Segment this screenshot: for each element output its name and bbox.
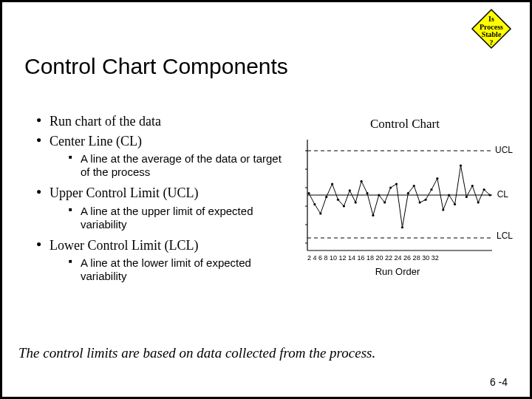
svg-point-42: [482, 188, 485, 191]
bullet-ucl-label: Upper Control Limit (UCL): [50, 185, 198, 200]
footnote: The control limits are based on data col…: [18, 345, 514, 361]
cl-label: CL: [497, 189, 508, 200]
svg-point-23: [372, 214, 374, 216]
svg-point-19: [349, 189, 351, 191]
sub-cl: A line at the average of the data or tar…: [69, 152, 283, 179]
bullet-lcl-label: Lower Control Limit (LCL): [50, 238, 198, 253]
page-number: 6 -4: [490, 376, 508, 388]
chart-plot: UCL CL LCL 2 4 6 8 10 12 14 16 18 20 22 …: [301, 136, 494, 254]
svg-point-20: [355, 201, 357, 203]
svg-point-22: [366, 192, 368, 194]
svg-point-39: [466, 196, 468, 198]
svg-point-15: [325, 196, 327, 198]
svg-point-14: [319, 212, 321, 214]
svg-point-12: [307, 192, 310, 194]
control-chart: Control Chart UCL CL LCL 2 4 6 8 10 12 1…: [301, 117, 508, 254]
svg-point-21: [361, 180, 363, 183]
svg-point-29: [407, 192, 409, 194]
bullet-lcl: Lower Control Limit (LCL) A line at the …: [36, 237, 283, 284]
badge-line3: Stable: [482, 30, 502, 38]
sub-ucl: A line at the upper limit of expected va…: [69, 205, 283, 231]
bullet-content: Run chart of the data Center Line (CL) A…: [32, 113, 283, 289]
chart-title: Control Chart: [301, 117, 508, 132]
badge-line2: Process: [480, 23, 503, 31]
stability-badge: Is Process Stable ?: [471, 8, 512, 50]
svg-point-26: [389, 186, 392, 188]
page-title: Control Chart Components: [24, 54, 288, 79]
svg-point-31: [419, 201, 421, 203]
x-label: Run Order: [301, 266, 494, 277]
svg-point-33: [430, 188, 432, 191]
svg-point-38: [460, 164, 462, 166]
svg-point-24: [378, 194, 380, 196]
svg-point-28: [401, 226, 403, 228]
svg-point-36: [448, 194, 450, 196]
chart-svg: [301, 136, 494, 254]
svg-point-17: [337, 199, 339, 201]
bullet-cl-label: Center Line (CL): [50, 134, 142, 149]
bullet-ucl: Upper Control Limit (UCL) A line at the …: [36, 185, 283, 231]
svg-point-37: [454, 203, 456, 205]
svg-point-43: [488, 194, 491, 196]
svg-point-32: [424, 199, 426, 201]
svg-point-30: [413, 185, 415, 187]
svg-point-18: [343, 205, 345, 207]
svg-point-27: [395, 183, 398, 185]
svg-point-41: [477, 201, 480, 203]
ucl-label: UCL: [495, 145, 513, 155]
bullet-run-chart: Run chart of the data: [36, 113, 283, 130]
svg-point-13: [313, 203, 316, 205]
lcl-label: LCL: [497, 231, 513, 241]
badge-line4: ?: [490, 38, 494, 47]
svg-point-25: [383, 201, 386, 203]
bullet-center-line: Center Line (CL) A line at the average o…: [36, 133, 283, 180]
svg-point-35: [442, 208, 444, 211]
svg-point-40: [471, 185, 474, 187]
sub-lcl: A line at the lower limit of expected va…: [69, 256, 283, 283]
badge-line1: Is: [488, 15, 494, 23]
x-ticks: 2 4 6 8 10 12 14 16 18 20 22 24 26 28 30…: [307, 254, 494, 262]
svg-point-16: [331, 183, 333, 185]
svg-point-34: [436, 177, 438, 180]
